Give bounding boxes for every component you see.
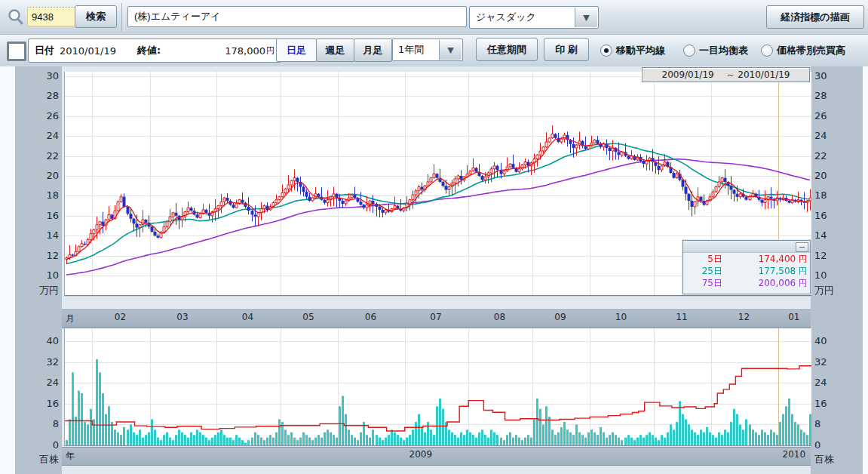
radio-label: 移動平均線 xyxy=(616,44,665,57)
price-tick-label: 26 xyxy=(814,110,852,122)
tab-monthly[interactable]: 月足 xyxy=(354,38,392,62)
radio-ichimoku[interactable]: 一目均衡表 xyxy=(683,44,748,57)
legend-row-ma5: 5日 174,400 円 xyxy=(683,253,810,265)
price-tick-label: 10 xyxy=(15,269,59,281)
radio-icon xyxy=(761,45,773,57)
radio-price-volume[interactable]: 価格帯別売買高 xyxy=(761,44,845,57)
chevron-down-icon[interactable]: ▼ xyxy=(575,8,597,27)
year-label: 2009 xyxy=(403,449,439,460)
radio-icon xyxy=(683,45,695,57)
volume-tick-label: 32 xyxy=(814,356,852,368)
tab-weekly[interactable]: 週足 xyxy=(316,38,354,62)
legend-label: 25日 xyxy=(683,265,722,278)
volume-plot xyxy=(64,328,811,446)
date-value: 2010/01/19 xyxy=(60,45,116,57)
month-label: 05 xyxy=(295,312,322,322)
year-axis-head: 年 xyxy=(66,450,75,463)
close-value: 178,000 xyxy=(225,45,265,57)
toolbar-bottom: 日付 2010/01/19 終値: 178,000 円 日足 週足 月足 1年間… xyxy=(0,35,868,67)
custom-period-button[interactable]: 任意期間 xyxy=(476,38,538,61)
close-label: 終値: xyxy=(137,44,161,57)
economic-indicator-button[interactable]: 経済指標の描画 xyxy=(766,5,864,29)
volume-unit-label: 百株 xyxy=(15,453,59,466)
volume-tick-label: 24 xyxy=(814,377,852,388)
price-tick-label: 16 xyxy=(814,210,852,221)
stock-chart-app: 検索 ジャスダック ▼ 経済指標の描画 日付 2010/01/19 終値: 17… xyxy=(0,0,868,474)
month-label: 06 xyxy=(357,312,384,322)
print-button[interactable]: 印 刷 xyxy=(544,38,589,61)
price-tick-label: 22 xyxy=(15,150,59,162)
volume-tick-label: 8 xyxy=(814,418,852,429)
volume-tick-label: 0 xyxy=(814,439,852,451)
price-tick-label: 20 xyxy=(814,170,852,181)
market-select[interactable]: ジャスダック ▼ xyxy=(469,6,599,29)
toolbar-top: 検索 ジャスダック ▼ 経済指標の描画 xyxy=(0,0,868,35)
tab-daily[interactable]: 日足 xyxy=(276,38,317,62)
price-tick-label: 30 xyxy=(814,70,852,82)
price-tick-label: 24 xyxy=(15,130,59,141)
close-unit: 円 xyxy=(266,45,275,57)
month-label: 12 xyxy=(730,312,757,322)
price-tick-label: 28 xyxy=(15,90,59,101)
volume-tick-label: 24 xyxy=(15,377,59,388)
legend-value: 177,508 円 xyxy=(722,266,810,277)
volume-tick-label: 40 xyxy=(15,335,59,346)
search-icon xyxy=(7,8,25,26)
legend-value: 200,006 円 xyxy=(722,278,810,289)
chevron-down-icon[interactable]: ▼ xyxy=(439,40,462,60)
price-tick-label: 18 xyxy=(814,189,852,201)
price-tick-label: 16 xyxy=(15,210,59,221)
stock-code-input[interactable] xyxy=(27,7,78,26)
price-tick-label: 14 xyxy=(15,229,59,241)
month-axis-head: 月 xyxy=(66,312,75,325)
month-label: 11 xyxy=(668,312,695,322)
price-tick-label: 22 xyxy=(814,150,852,162)
radio-label: 価格帯別売買高 xyxy=(777,44,845,57)
month-label: 08 xyxy=(486,312,514,322)
volume-tick-label: 8 xyxy=(15,418,59,429)
legend-titlebar[interactable] xyxy=(683,241,810,253)
volume-tick-label: 16 xyxy=(814,398,852,409)
right-margin xyxy=(863,66,868,474)
price-tick-label: 18 xyxy=(15,189,59,201)
legend-row-ma25: 25日 177,508 円 xyxy=(683,265,810,277)
ma-legend-window[interactable]: 5日 174,400 円 25日 177,508 円 75日 200,006 円 xyxy=(682,240,811,294)
link-checkbox[interactable] xyxy=(7,42,26,61)
volume-tick-label: 16 xyxy=(15,398,59,409)
price-tick-label: 10 xyxy=(814,269,852,281)
chart-region: 月 年 2009/01/19 ～ 2010/01/19 5日 174,400 円… xyxy=(0,66,868,474)
month-label: 09 xyxy=(547,312,574,322)
volume-tick-label: 40 xyxy=(814,335,852,346)
month-label: 02 xyxy=(106,312,133,322)
price-tick-label: 30 xyxy=(15,70,59,82)
legend-label: 5日 xyxy=(683,253,722,266)
market-select-value: ジャスダック xyxy=(470,11,536,24)
left-margin xyxy=(0,66,15,474)
date-label: 日付 xyxy=(35,44,54,57)
legend-row-ma75: 75日 200,006 円 xyxy=(683,277,810,289)
price-tick-label: 28 xyxy=(814,90,852,101)
year-label: 2010 xyxy=(776,449,812,460)
month-label: 07 xyxy=(422,312,449,322)
period-select-value: 1年間 xyxy=(393,43,424,57)
price-tick-label: 14 xyxy=(814,229,852,241)
radio-label: 一目均衡表 xyxy=(699,44,748,57)
search-button[interactable]: 検索 xyxy=(75,5,117,28)
price-unit-label: 万円 xyxy=(814,284,852,297)
price-tick-label: 12 xyxy=(814,250,852,261)
minimize-icon[interactable] xyxy=(796,242,808,252)
volume-unit-label: 百株 xyxy=(814,453,852,466)
volume-chart-canvas[interactable] xyxy=(65,328,811,445)
price-tick-label: 20 xyxy=(15,170,59,181)
month-label: 01 xyxy=(781,312,808,322)
company-name-input[interactable] xyxy=(127,6,467,27)
period-select[interactable]: 1年間 ▼ xyxy=(392,38,463,61)
volume-tick-label: 0 xyxy=(15,439,59,451)
price-tick-label: 24 xyxy=(814,130,852,141)
month-label: 04 xyxy=(234,312,261,322)
radio-selected-icon xyxy=(600,45,612,57)
volume-tick-label: 32 xyxy=(15,356,59,368)
month-label: 03 xyxy=(169,312,196,322)
radio-moving-average[interactable]: 移動平均線 xyxy=(600,44,665,57)
month-label: 10 xyxy=(607,312,634,322)
